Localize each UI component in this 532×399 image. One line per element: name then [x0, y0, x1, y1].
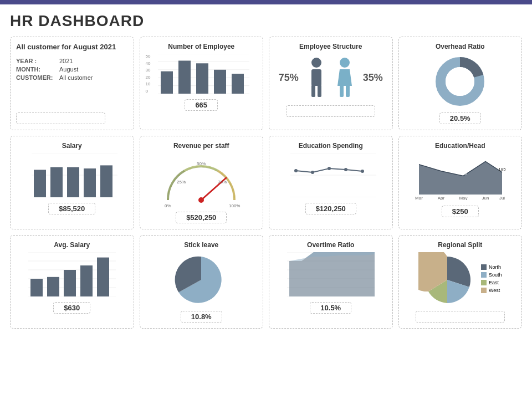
legend-label-west: West — [489, 288, 500, 293]
card6-value: $520,250 — [176, 212, 227, 223]
legend-dot-south — [481, 272, 487, 278]
female-icon — [334, 57, 355, 99]
svg-rect-34 — [50, 167, 63, 197]
legend-dot-north — [481, 264, 487, 270]
svg-rect-90 — [47, 277, 59, 296]
stick-leave-pie — [168, 252, 234, 308]
overtime-chart: 50 40 30 20 10 0 Mar Apr May Jun Jul — [287, 252, 375, 296]
male-icon — [306, 57, 327, 99]
month-label: MONTH: — [16, 66, 56, 73]
svg-point-60 — [361, 170, 364, 173]
card9-value: $630 — [53, 302, 90, 314]
card5-title: Salary — [62, 142, 82, 150]
male-pct: 75% — [279, 72, 299, 84]
card2-title: Number of Employee — [168, 43, 234, 50]
svg-point-57 — [311, 171, 314, 174]
card-stick-leave: Stick leave 10.8% — [140, 235, 264, 329]
svg-point-59 — [344, 168, 347, 171]
svg-text:May: May — [459, 196, 467, 200]
svg-text:25%: 25% — [177, 180, 186, 185]
svg-rect-10 — [232, 74, 244, 94]
card7-title: Education Spending — [299, 142, 363, 150]
svg-text:250: 250 — [415, 159, 423, 164]
card5-value: $85,520 — [48, 203, 95, 214]
svg-point-56 — [294, 169, 298, 172]
svg-text:155: 155 — [459, 171, 467, 176]
card10-title: Stick leave — [184, 241, 218, 249]
svg-point-58 — [328, 167, 331, 170]
svg-rect-9 — [214, 70, 226, 94]
svg-point-20 — [340, 58, 350, 68]
card-edu-head: Education/Head 250 195 — [398, 136, 523, 229]
svg-point-26 — [446, 67, 474, 96]
card-overtime: Overtime Ratio 50 40 30 20 10 0 — [269, 235, 393, 329]
avg-salary-chart: 50 40 30 20 10 0 Mar Apr May Jun J — [28, 252, 116, 296]
legend-east: East — [481, 280, 502, 285]
card-revenue: Revenue per staff 0% 25% 50% 75% 100 — [140, 136, 264, 229]
salary-chart: 100% 50% 0% Mar Apr May Jun Jul — [32, 153, 117, 197]
svg-rect-89 — [30, 279, 43, 296]
legend-north: North — [481, 264, 502, 270]
card4-title: Overhead Ratio — [436, 43, 485, 50]
svg-rect-93 — [97, 258, 109, 296]
female-pct: 35% — [363, 72, 383, 84]
svg-rect-92 — [80, 265, 93, 296]
gauge-chart: 0% 25% 50% 75% 100% — [157, 153, 245, 208]
svg-text:275: 275 — [482, 156, 489, 161]
card8-value: $250 — [442, 206, 479, 217]
svg-text:Jun: Jun — [482, 196, 489, 200]
svg-text:75%: 75% — [218, 180, 227, 185]
card-all-customer: All customer for August 2021 YEAR :2021 … — [10, 37, 134, 130]
card10-value: 10.8% — [181, 311, 222, 323]
row-3: Avg. Salary 50 40 30 20 10 0 — [10, 235, 522, 329]
legend-south: South — [481, 272, 502, 278]
card-overhead: Overhead Ratio 20.5% — [398, 37, 523, 130]
month-val: August — [59, 66, 78, 73]
svg-point-16 — [311, 58, 321, 68]
svg-rect-37 — [100, 165, 112, 197]
svg-rect-22 — [340, 85, 344, 97]
svg-rect-23 — [346, 85, 350, 97]
page: HR DASHBOARD All customer for August 202… — [0, 4, 532, 336]
year-val: 2021 — [59, 58, 73, 64]
emp-struct: 75% 35% — [275, 54, 387, 102]
legend-label-north: North — [489, 264, 501, 270]
card9-title: Avg. Salary — [54, 241, 90, 249]
card-salary: Salary 100% 50% 0% Mar Apr — [10, 136, 134, 229]
svg-rect-17 — [311, 69, 321, 86]
svg-rect-18 — [311, 85, 315, 97]
card2-chart: Mar Apr May Jun Jul — [158, 54, 249, 94]
edu-spending-chart: 100% 50% 0% Mar Apr May Jun Jul — [290, 153, 376, 197]
card-regional-split: Regional Split — [398, 235, 523, 329]
svg-text:0%: 0% — [165, 203, 171, 208]
regional-pie — [418, 252, 477, 308]
card11-value: 10.5% — [310, 302, 351, 314]
svg-text:100%: 100% — [229, 203, 240, 208]
card8-title: Education/Head — [435, 142, 485, 150]
regional-legend: North South East West — [481, 264, 502, 295]
svg-text:195: 195 — [437, 166, 445, 171]
svg-marker-66 — [419, 161, 502, 195]
card-emp-structure: Employee Structure 75% 35% — [269, 37, 393, 130]
svg-rect-8 — [196, 63, 208, 94]
card-edu-spending: Education Spending 100% 50% 0% Mar — [269, 136, 393, 229]
svg-rect-91 — [64, 270, 76, 296]
svg-rect-33 — [34, 170, 46, 197]
svg-rect-7 — [178, 60, 191, 94]
row-1: All customer for August 2021 YEAR :2021 … — [10, 37, 522, 130]
svg-rect-19 — [318, 85, 321, 97]
svg-rect-6 — [161, 71, 173, 94]
page-title: HR DASHBOARD — [10, 12, 522, 30]
legend-west: West — [481, 288, 502, 293]
svg-text:Mar: Mar — [415, 196, 423, 200]
card1-info: YEAR :2021 MONTH:August CUSTOMER:All cus… — [16, 58, 93, 83]
row-2: Salary 100% 50% 0% Mar Apr — [10, 136, 522, 229]
regional-pie-wrap: North South East West — [405, 252, 516, 308]
svg-text:Jul: Jul — [499, 196, 504, 200]
year-label: YEAR : — [16, 58, 56, 64]
svg-marker-21 — [337, 69, 352, 86]
card-num-employee: Number of Employee 01020304050 — [140, 37, 264, 130]
card3-title: Employee Structure — [299, 43, 362, 50]
legend-label-east: East — [489, 280, 499, 285]
svg-rect-36 — [84, 168, 96, 197]
